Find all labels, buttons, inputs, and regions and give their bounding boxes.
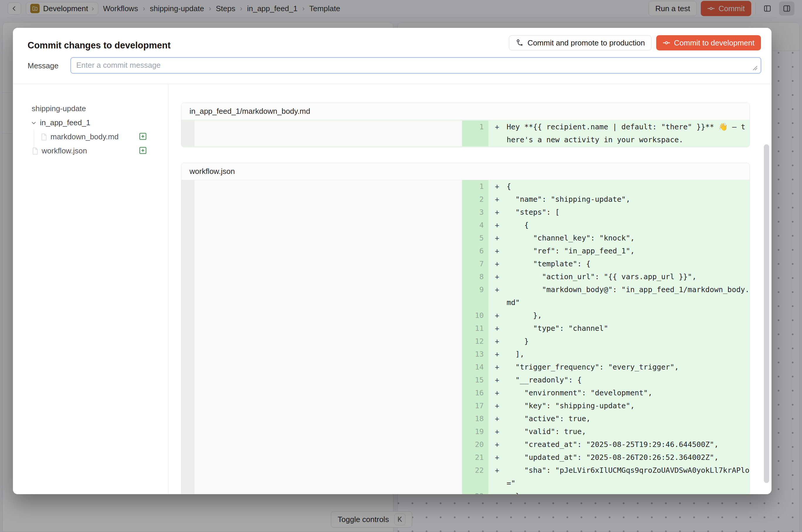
- diff-old-content: [194, 270, 462, 283]
- tree-item-file[interactable]: markdown_body.md: [40, 132, 118, 141]
- diff-old-gutter: [181, 335, 194, 348]
- diff-old-gutter: [181, 322, 194, 335]
- diff-code: {: [507, 219, 749, 232]
- diff-add-marker: +: [488, 258, 507, 270]
- diff-added-icon[interactable]: [138, 132, 147, 141]
- diff-code: "name": "shipping-update",: [507, 193, 749, 206]
- commit-and-promote-button[interactable]: Commit and promote to production: [509, 35, 652, 51]
- diff-row: 11 + "type": "channel": [181, 322, 749, 335]
- diff-add-marker: +: [488, 374, 507, 386]
- diff-old-content: [194, 335, 462, 348]
- diff-line-number: 5: [462, 232, 488, 245]
- diff-old-content: [194, 451, 462, 464]
- diff-old-gutter: [181, 348, 194, 361]
- diff-old-gutter: [181, 464, 194, 490]
- file-icon: [40, 133, 48, 141]
- diff-old-content: [194, 412, 462, 425]
- modal-actions: Commit and promote to production Commit …: [509, 35, 761, 51]
- diff-code: "created_at": "2025-08-25T19:29:46.64450…: [507, 438, 749, 451]
- diff-line-number: 1: [462, 180, 488, 193]
- diff-row: 17 + "key": "shipping-update",: [181, 399, 749, 412]
- diff-line-number: 22: [462, 464, 488, 490]
- diff-add-marker: +: [488, 180, 507, 193]
- diff-old-gutter: [181, 283, 194, 309]
- commit-modal: Commit changes to development Commit and…: [13, 28, 771, 494]
- diff-old-content: [194, 193, 462, 206]
- diff-line-number: 1: [462, 120, 488, 146]
- diff-row: 22 + "sha": "pJeLVir6xIlUCMGqs9qroZoUAVD…: [181, 464, 749, 490]
- diff-old-gutter: [181, 386, 194, 399]
- diff-old-gutter: [181, 438, 194, 451]
- diff-add-marker: +: [488, 245, 507, 258]
- diff-old-gutter: [181, 232, 194, 245]
- app-screen: Development › Workflows›shipping-update›…: [0, 0, 802, 532]
- diff-old-gutter: [181, 399, 194, 412]
- commit-to-development-button[interactable]: Commit to development: [656, 35, 761, 51]
- diff-old-gutter: [181, 120, 194, 146]
- diff-line-number: 10: [462, 309, 488, 322]
- tree-item-step-group[interactable]: in_app_feed_1: [31, 118, 90, 127]
- diff-row: 4 + {: [181, 219, 749, 232]
- diff-row: 12 + }: [181, 335, 749, 348]
- diff-added-icon[interactable]: [138, 146, 147, 155]
- diff-old-content: [194, 258, 462, 270]
- diff-old-gutter: [181, 270, 194, 283]
- diff-old-content: [194, 361, 462, 374]
- diff-add-marker: +: [488, 270, 507, 283]
- commit-message-input[interactable]: [70, 57, 761, 74]
- diff-add-marker: +: [488, 348, 507, 361]
- diff-row: 1 + Hey **{{ recipient.name | default: "…: [181, 120, 749, 147]
- diff-old-content: [194, 425, 462, 438]
- diff-line-number: 3: [462, 206, 488, 219]
- diff-line-number: 23: [462, 490, 488, 494]
- diff-rows: 1 + Hey **{{ recipient.name | default: "…: [181, 120, 749, 147]
- diff-line-number: 18: [462, 412, 488, 425]
- diff-old-content: [194, 232, 462, 245]
- diff-add-marker: +: [488, 120, 507, 146]
- diff-add-marker: +: [488, 232, 507, 245]
- diff-line-number: 16: [462, 386, 488, 399]
- diff-code: "template": {: [507, 258, 749, 270]
- diff-line-number: 8: [462, 270, 488, 283]
- diff-code: {: [507, 180, 749, 193]
- diff-code: "__readonly": {: [507, 374, 749, 386]
- diff-code: Hey **{{ recipient.name | default: "ther…: [507, 120, 749, 146]
- diff-line-number: 17: [462, 399, 488, 412]
- diff-block: workflow.json 1 + { 2 + "name": "shippin…: [181, 163, 750, 494]
- diff-code: "markdown_body@": "in_app_feed_1/markdow…: [507, 283, 749, 309]
- diff-row: 14 + "trigger_frequency": "every_trigger…: [181, 361, 749, 374]
- diff-file-name: in_app_feed_1/markdown_body.md: [189, 107, 310, 116]
- modal-title: Commit changes to development: [27, 40, 170, 51]
- modal-scrollbar-thumb[interactable]: [764, 144, 769, 483]
- diff-code: "channel_key": "knock",: [507, 232, 749, 245]
- diff-code: },: [507, 309, 749, 322]
- diff-old-gutter: [181, 180, 194, 193]
- diff-line-number: 21: [462, 451, 488, 464]
- diff-add-marker: +: [488, 490, 507, 494]
- diff-line-number: 2: [462, 193, 488, 206]
- diff-old-gutter: [181, 361, 194, 374]
- tree-item-file[interactable]: workflow.json: [32, 146, 87, 155]
- modal-body: shipping-update in_app_feed_1 markdown_b…: [13, 84, 771, 494]
- diff-row: 5 + "channel_key": "knock",: [181, 232, 749, 245]
- diff-old-gutter: [181, 193, 194, 206]
- diff-line-number: 4: [462, 219, 488, 232]
- tree-item-workflow-root[interactable]: shipping-update: [32, 104, 86, 113]
- diff-row: 10 + },: [181, 309, 749, 322]
- diff-add-marker: +: [488, 322, 507, 335]
- diff-file-header: workflow.json: [181, 163, 749, 180]
- diff-row: 16 + "environment": "development",: [181, 386, 749, 399]
- diff-line-number: 7: [462, 258, 488, 270]
- diff-row: 19 + "valid": true,: [181, 425, 749, 438]
- diff-code: ],: [507, 348, 749, 361]
- diff-old-gutter: [181, 258, 194, 270]
- diff-row: 9 + "markdown_body@": "in_app_feed_1/mar…: [181, 283, 749, 309]
- diff-old-content: [194, 245, 462, 258]
- diff-add-marker: +: [488, 412, 507, 425]
- diff-line-number: 11: [462, 322, 488, 335]
- diff-code: "active": true,: [507, 412, 749, 425]
- message-label: Message: [27, 61, 59, 70]
- diff-old-content: [194, 219, 462, 232]
- diff-old-content: [194, 374, 462, 386]
- diff-old-gutter: [181, 245, 194, 258]
